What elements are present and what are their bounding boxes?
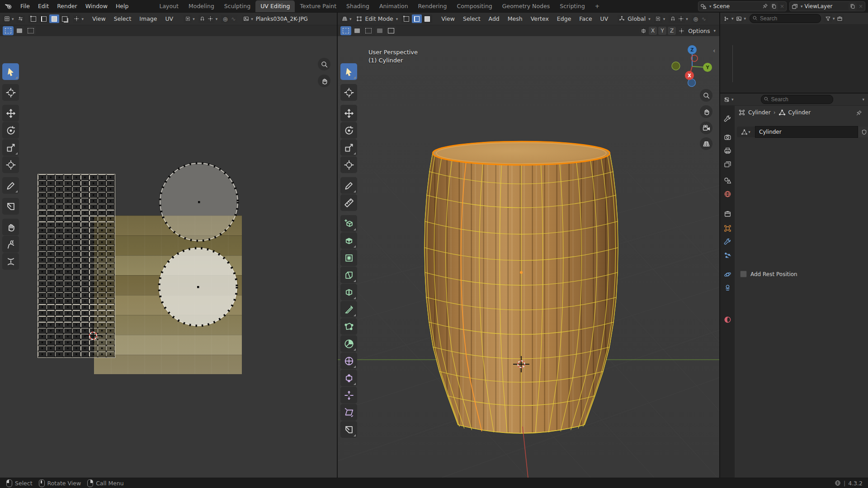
properties-editor-type-button[interactable] xyxy=(722,95,731,103)
snap-base-icon[interactable] xyxy=(677,27,685,35)
properties-options-icon[interactable]: ▾ xyxy=(862,97,864,102)
uv-select-mode-edge[interactable] xyxy=(39,14,49,23)
uv-snap-toggle[interactable] xyxy=(198,15,207,23)
view-layer-selector[interactable]: ▾ ViewLayer × xyxy=(789,1,865,11)
menu-render[interactable]: Render xyxy=(53,3,81,9)
options-dropdown[interactable]: Options xyxy=(687,28,711,34)
pin-icon[interactable] xyxy=(762,3,768,9)
tool-smooth[interactable] xyxy=(340,352,357,369)
network-globe-icon[interactable] xyxy=(835,480,841,486)
cylinder-top-cap[interactable] xyxy=(433,141,610,165)
select-subtract-button[interactable] xyxy=(363,26,374,35)
proportional-editing-toggle[interactable]: ◎ xyxy=(692,15,700,23)
workspace-tab-compositing[interactable]: Compositing xyxy=(452,0,497,12)
pin-id-button[interactable] xyxy=(856,110,862,116)
mode-dropdown[interactable]: Edit Mode xyxy=(363,15,395,22)
uv-snap-with-button[interactable] xyxy=(207,15,215,23)
select-mode-face[interactable] xyxy=(422,14,432,23)
tool-edge-slide[interactable] xyxy=(340,370,357,386)
collapse-region-icon[interactable]: ‹ xyxy=(713,47,716,54)
uv-sticky-selection-button[interactable] xyxy=(73,15,81,23)
breadcrumb-data[interactable]: Cylinder xyxy=(788,109,811,116)
viewport-canvas[interactable]: Z Y X User Perspective (1) Cylinder ‹ xyxy=(338,36,719,478)
workspace-tab-animation[interactable]: Animation xyxy=(374,0,413,12)
outliner-display-mode-button[interactable] xyxy=(722,14,731,23)
outliner-filter-button[interactable] xyxy=(824,14,832,23)
workspace-tab-uv-editing[interactable]: UV Editing xyxy=(255,0,295,12)
uv-select-subtract-button[interactable] xyxy=(25,26,36,35)
mesh-id-browse-button[interactable]: ▾ xyxy=(737,127,755,137)
vp-menu-face[interactable]: Face xyxy=(575,15,596,22)
tool-add-cube[interactable] xyxy=(340,215,357,232)
tool-inset-faces[interactable] xyxy=(340,249,357,266)
menu-window[interactable]: Window xyxy=(81,3,112,9)
tool-tweak-select[interactable] xyxy=(340,63,357,80)
new-scene-button[interactable] xyxy=(770,2,778,10)
workspace-tab-rendering[interactable]: Rendering xyxy=(413,0,452,12)
uv-menu-uv[interactable]: UV xyxy=(161,15,177,22)
select-invert-button[interactable] xyxy=(374,26,385,35)
uv-island-cap-bottom[interactable] xyxy=(159,248,237,326)
uv-zoom-button[interactable] xyxy=(318,58,330,70)
mesh-name-field[interactable]: Cylinder xyxy=(755,126,858,138)
tool-annotate[interactable] xyxy=(2,177,19,194)
tool-loop-cut[interactable] xyxy=(340,284,357,300)
viewport-perspective-toggle-button[interactable] xyxy=(700,137,712,150)
viewport-zoom-button[interactable] xyxy=(700,89,712,102)
uv-select-mode-island[interactable] xyxy=(60,14,70,23)
tool-transform[interactable] xyxy=(340,156,357,173)
select-mode-vertex[interactable] xyxy=(401,14,411,23)
tab-object[interactable] xyxy=(721,222,734,235)
uv-pan-button[interactable] xyxy=(318,75,330,87)
snap-with-button[interactable] xyxy=(677,15,685,23)
viewport-camera-view-button[interactable] xyxy=(700,122,712,134)
outliner-filter-id-button[interactable] xyxy=(735,14,743,23)
pivot-point-button[interactable] xyxy=(654,15,662,23)
select-intersect-button[interactable] xyxy=(386,26,396,35)
uv-pivot-point-button[interactable] xyxy=(184,15,192,23)
vp-menu-mesh[interactable]: Mesh xyxy=(504,15,527,22)
tab-collection[interactable] xyxy=(721,207,734,220)
viewport-pan-button[interactable] xyxy=(700,105,712,118)
tool-rip-region[interactable] xyxy=(2,198,19,215)
uv-menu-select[interactable]: Select xyxy=(110,15,136,22)
mirror-z-button[interactable]: Z xyxy=(668,27,676,35)
tab-material[interactable] xyxy=(721,313,734,326)
uv-2d-cursor[interactable] xyxy=(84,327,102,345)
navigation-gizmo[interactable]: Z Y X xyxy=(672,45,712,87)
vp-menu-view[interactable]: View xyxy=(437,15,459,22)
tab-tool[interactable] xyxy=(721,113,734,125)
cylinder-mesh[interactable] xyxy=(425,141,618,433)
tool-rotate[interactable] xyxy=(2,122,19,139)
vp-menu-add[interactable]: Add xyxy=(485,15,504,22)
tool-scale[interactable] xyxy=(340,139,357,156)
tab-output[interactable] xyxy=(721,144,734,157)
tool-grab[interactable] xyxy=(2,219,19,235)
tab-physics[interactable] xyxy=(721,268,734,281)
add-rest-position-checkbox[interactable] xyxy=(740,271,747,277)
tool-2d-cursor[interactable] xyxy=(2,84,19,101)
viewport-editor-type-button[interactable] xyxy=(340,15,349,23)
workspace-tab-modeling[interactable]: Modeling xyxy=(184,0,219,12)
menu-edit[interactable]: Edit xyxy=(34,3,53,9)
vp-menu-select[interactable]: Select xyxy=(459,15,485,22)
mirror-x-button[interactable]: X xyxy=(649,27,657,35)
tab-constraints[interactable] xyxy=(721,282,734,294)
uv-proportional-editing-toggle[interactable]: ◎ xyxy=(221,15,229,23)
tool-3d-cursor[interactable] xyxy=(340,84,357,101)
select-set-button[interactable] xyxy=(340,26,351,35)
select-mode-edge[interactable] xyxy=(412,14,422,23)
add-workspace-button[interactable]: + xyxy=(590,0,604,12)
vp-menu-vertex[interactable]: Vertex xyxy=(527,15,553,22)
snap-toggle[interactable] xyxy=(669,15,677,23)
tool-transform[interactable] xyxy=(2,156,19,173)
new-collection-button[interactable] xyxy=(836,14,844,23)
uv-island-cap-top[interactable] xyxy=(160,163,238,241)
tool-move[interactable] xyxy=(2,105,19,122)
workspace-tab-scripting[interactable]: Scripting xyxy=(555,0,590,12)
tab-modifiers[interactable] xyxy=(721,235,734,248)
tool-bevel[interactable] xyxy=(340,267,357,283)
uv-select-mode-face[interactable] xyxy=(49,14,59,23)
uv-select-set-button[interactable] xyxy=(3,26,14,35)
uv-editor-type-button[interactable] xyxy=(3,15,11,23)
